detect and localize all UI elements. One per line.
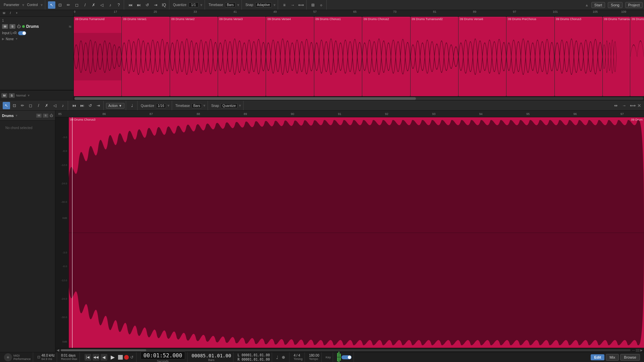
editor-scrollbar-thumb[interactable] <box>61 349 146 351</box>
clip-end[interactable]: 09 Drums End <box>630 17 644 96</box>
clip-verse1[interactable]: 09 Drums Verse1 <box>122 17 169 96</box>
m-btn-lower[interactable]: M <box>1 93 7 98</box>
clip-verse6[interactable]: 09 Drums Verse6 <box>459 17 506 96</box>
arrange-scrollbar[interactable] <box>74 96 644 100</box>
clip-verse3[interactable]: 09 Drums Verse3 <box>218 17 266 96</box>
lower-quantize-value[interactable]: 1/16 <box>156 103 166 108</box>
clip-chorus3[interactable]: 09 Drums Chorus3 <box>555 17 602 96</box>
clip-chorus2[interactable]: 09 Drums Chorus2 <box>362 17 410 96</box>
out-btn[interactable]: → <box>289 1 297 9</box>
edit-btn[interactable]: Edit <box>591 354 604 360</box>
lower-split-btn[interactable]: ⟺ <box>629 102 636 109</box>
editor-ruler-92: 92 <box>385 112 388 116</box>
mute-btn[interactable]: M <box>2 24 8 29</box>
eraser-tool[interactable]: ◻ <box>73 1 80 9</box>
loop-indicator[interactable]: ↺ <box>130 355 133 360</box>
clip-chorus1[interactable]: 09 Drums Chorus1 <box>314 17 362 96</box>
split-btn[interactable]: ⟺ <box>298 1 305 9</box>
clip-turnaround3[interactable]: 09 Drums Turnaround3 <box>603 17 630 96</box>
editor-ruler-85: 85 <box>58 112 62 116</box>
lower-rewind-btn[interactable]: ⏮ <box>70 102 78 109</box>
range-tool[interactable]: ⊡ <box>56 1 64 9</box>
help-tool[interactable]: ? <box>115 1 122 9</box>
editor-track-selector: Drums ▼ M S ⏻ <box>0 111 55 121</box>
mixer-view-btn[interactable]: ≡ <box>281 1 288 9</box>
editor-s-btn[interactable]: S <box>43 114 48 118</box>
lower-pencil-tool[interactable]: ✏ <box>19 102 26 109</box>
punch-btn[interactable]: ⇥ <box>152 1 159 9</box>
midi-labels: MIDI Performance <box>13 354 31 361</box>
pencil-tool[interactable]: ✏ <box>65 1 72 9</box>
link-btn[interactable]: ⟐ <box>318 1 325 9</box>
quantize-top-value[interactable]: 1/1 <box>189 2 199 7</box>
lower-select-tool[interactable]: ↖ <box>3 102 10 109</box>
lower-snap-value[interactable]: Quantize <box>221 103 237 108</box>
line-tool[interactable]: / <box>82 1 89 9</box>
master-toggle[interactable] <box>341 355 352 359</box>
lower-listen-tool[interactable]: ◁ <box>51 102 58 109</box>
track-btn2[interactable]: ⊞ <box>309 1 317 9</box>
rewind-btn[interactable]: ⏮ <box>127 1 134 9</box>
scroll-zoom-slider[interactable]: ||||| <box>636 349 640 352</box>
input-toggle[interactable] <box>18 31 26 35</box>
browse-btn[interactable]: Browse <box>620 354 640 361</box>
go-start-btn[interactable]: |◀ <box>85 354 91 361</box>
clip-verse2[interactable]: 09 Drums Verse2 <box>170 17 218 96</box>
arrange-scrollbar-track[interactable] <box>74 97 643 100</box>
mute-tool[interactable]: ✗ <box>90 1 97 9</box>
metronome-btn[interactable]: ⊕ <box>280 354 287 361</box>
play-btn[interactable]: ▶ <box>109 353 117 361</box>
time-display: 00:01:52.000 <box>141 351 185 360</box>
arrange-tool-knife[interactable]: / <box>8 10 13 16</box>
lower-mute-tool[interactable]: ✗ <box>43 102 50 109</box>
clip-prechorus[interactable]: 09 Drums PreChorus <box>506 17 554 96</box>
stop-btn[interactable] <box>118 355 123 360</box>
solo-btn[interactable]: S <box>9 24 15 29</box>
lower-line-tool[interactable]: / <box>35 102 42 109</box>
editor-m-btn[interactable]: M <box>36 114 42 118</box>
note-display-btn[interactable]: ♩ <box>128 102 136 109</box>
action-dropdown-btn[interactable]: Action ▼ <box>106 103 124 109</box>
arrange-scrollbar-thumb[interactable] <box>74 97 416 100</box>
lower-mix-btn[interactable]: ⇔ <box>612 102 620 109</box>
action-section: Action ▼ <box>105 101 126 110</box>
lower-punch-btn[interactable]: ⇥ <box>95 102 102 109</box>
play-back-btn[interactable]: ◀ <box>101 354 107 361</box>
scroll-left-arrow[interactable]: ◀ <box>57 348 59 352</box>
record-btn[interactable] <box>124 355 129 360</box>
close-icon[interactable]: ✕ <box>637 103 641 108</box>
waveform-verse3 <box>218 17 266 96</box>
mix-btn[interactable]: Mix <box>606 354 619 361</box>
lower-range-tool[interactable]: ⊡ <box>11 102 18 109</box>
scroll-zoom-out[interactable]: — <box>632 349 635 352</box>
select-tool[interactable]: ↖ <box>48 1 55 9</box>
clip-verse4[interactable]: 09 Drums Verse4 <box>266 17 314 96</box>
db-scale: -3.0 -6.0 -12.0 -24.0 -30.0 0dB -3.0 -6.… <box>55 117 69 348</box>
project-nav-btn[interactable]: Project <box>625 2 643 8</box>
lower-forward-btn[interactable]: ⏭ <box>78 102 86 109</box>
lower-expand-btn[interactable]: → <box>621 102 628 109</box>
audio-tool[interactable]: ♪ <box>107 1 114 9</box>
timebase-top-value[interactable]: Bars <box>225 2 235 7</box>
lower-loop-btn[interactable]: ↺ <box>87 102 94 109</box>
start-nav-btn[interactable]: Start <box>591 2 605 8</box>
listen-tool[interactable]: ◁ <box>98 1 106 9</box>
clip-turnaround2[interactable]: 09 Drums Turnaround2 <box>411 17 458 96</box>
arrange-tool-plus[interactable]: + <box>14 10 19 16</box>
forward-btn[interactable]: ⏭ <box>135 1 143 9</box>
song-nav-btn[interactable]: Song <box>608 2 623 8</box>
rewind-transport-btn[interactable]: ◀◀ <box>93 354 99 361</box>
lower-timebase-value[interactable]: Bars <box>192 103 202 108</box>
arrange-tool-select[interactable]: M <box>1 10 7 16</box>
snap-top-value[interactable]: Adaptive <box>255 2 272 7</box>
editor-scrollbar-track[interactable] <box>61 349 631 351</box>
iq-btn[interactable]: IQ <box>160 1 168 9</box>
clip-turnaround[interactable]: 09 Drums Turnaround <box>74 17 121 96</box>
lower-eraser-tool[interactable]: ◻ <box>27 102 34 109</box>
loop-btn[interactable]: ↺ <box>144 1 151 9</box>
s-btn-lower[interactable]: S <box>9 93 15 98</box>
transport-controls: |◀ ◀◀ ◀ ▶ ↺ <box>82 352 137 362</box>
lower-audio-tool[interactable]: ♪ <box>59 102 66 109</box>
scroll-right-arrow[interactable]: ▶ <box>640 349 643 352</box>
waveform-main[interactable]: 09 Drums Chorus3 09 Drum <box>69 117 644 348</box>
